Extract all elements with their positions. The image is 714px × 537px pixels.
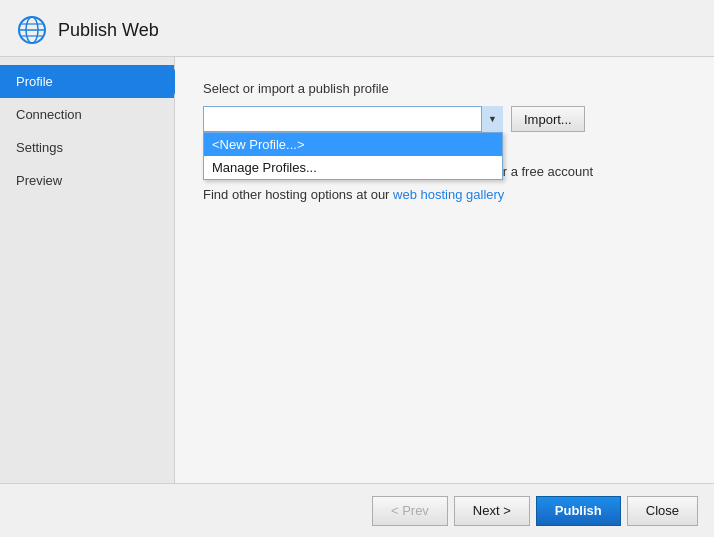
profile-row: <New Profile...> Manage Profiles... Impo…: [203, 106, 686, 132]
profile-dropdown-container: <New Profile...> Manage Profiles...: [203, 106, 503, 132]
info-line2-prefix: Find other hosting options at our: [203, 187, 389, 202]
sidebar-item-profile[interactable]: Profile: [0, 65, 174, 98]
sidebar-item-settings[interactable]: Settings: [0, 131, 174, 164]
dropdown-popup: <New Profile...> Manage Profiles...: [203, 132, 503, 180]
title-bar: Publish Web: [0, 0, 714, 57]
section-label: Select or import a publish profile: [203, 81, 686, 96]
import-button[interactable]: Import...: [511, 106, 585, 132]
dropdown-option-manage-profiles[interactable]: Manage Profiles...: [204, 156, 502, 179]
sidebar-item-preview[interactable]: Preview: [0, 164, 174, 197]
hosting-gallery-link[interactable]: web hosting gallery: [393, 187, 504, 202]
content-area: Select or import a publish profile <New …: [175, 57, 714, 483]
info-line2: Find other hosting options at our web ho…: [203, 187, 686, 202]
next-button[interactable]: Next >: [454, 496, 530, 526]
publish-button[interactable]: Publish: [536, 496, 621, 526]
close-button[interactable]: Close: [627, 496, 698, 526]
footer: < Prev Next > Publish Close: [0, 483, 714, 537]
publish-web-dialog: Publish Web Profile Connection Settings …: [0, 0, 714, 537]
globe-icon: [16, 14, 48, 46]
dropdown-option-new-profile[interactable]: <New Profile...>: [204, 133, 502, 156]
prev-button[interactable]: < Prev: [372, 496, 448, 526]
profile-dropdown[interactable]: [203, 106, 503, 132]
dialog-title: Publish Web: [58, 20, 159, 41]
main-content: Profile Connection Settings Preview Sele…: [0, 57, 714, 483]
info-line1-suffix: for a free account: [492, 164, 593, 179]
sidebar-item-connection[interactable]: Connection: [0, 98, 174, 131]
sidebar: Profile Connection Settings Preview: [0, 57, 175, 483]
